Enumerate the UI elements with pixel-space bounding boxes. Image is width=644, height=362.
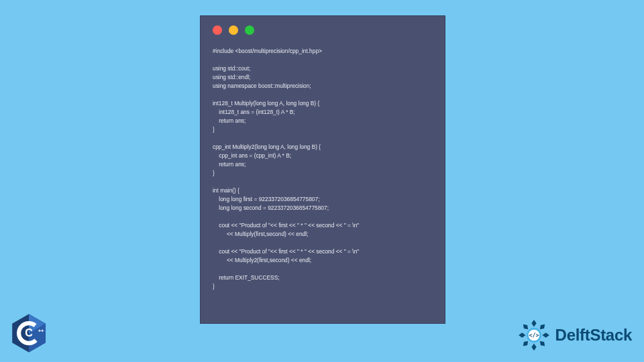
svg-marker-10 [538, 322, 547, 331]
maximize-icon [245, 25, 254, 35]
cpp-logo-icon: C + + [8, 312, 50, 354]
code-window: #include <boost/multiprecision/cpp_int.h… [200, 15, 445, 324]
svg-text:</>: </> [529, 332, 539, 339]
close-icon [213, 25, 222, 35]
svg-marker-11 [521, 339, 530, 348]
window-controls [201, 16, 445, 42]
svg-marker-8 [519, 333, 525, 337]
svg-text:+: + [41, 328, 44, 334]
svg-marker-13 [538, 339, 547, 348]
brand-name: DelftStack [555, 326, 632, 345]
code-content: #include <boost/multiprecision/cpp_int.h… [201, 42, 445, 300]
svg-marker-6 [531, 320, 536, 326]
delftstack-icon: </> [517, 318, 551, 353]
svg-marker-9 [542, 333, 549, 337]
brand-logo: </> DelftStack [517, 318, 632, 353]
minimize-icon [229, 25, 238, 35]
svg-marker-7 [531, 343, 536, 350]
cpp-label: C [25, 326, 33, 339]
svg-marker-12 [521, 322, 530, 331]
